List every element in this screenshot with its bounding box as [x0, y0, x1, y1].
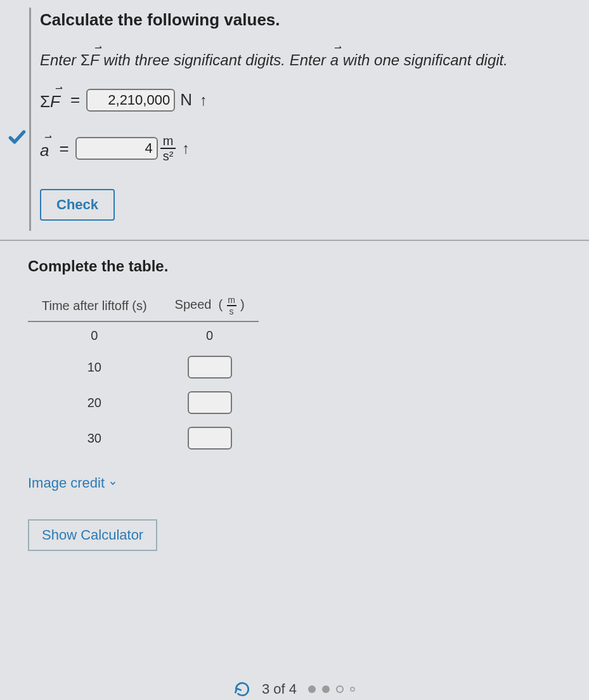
acceleration-unit: m s² — [160, 134, 176, 162]
instruction-text: Enter Σ⇀F with three significant digits.… — [40, 48, 576, 69]
speed-input[interactable] — [188, 356, 232, 379]
pager-footer: 3 of 4 — [0, 681, 589, 697]
section2-heading: Complete the table. — [28, 257, 576, 275]
image-credit-toggle[interactable]: Image credit — [28, 475, 117, 491]
time-cell: 0 — [28, 321, 161, 349]
pager-text: 3 of 4 — [262, 681, 297, 697]
time-cell: 30 — [28, 420, 161, 456]
table-row: 0 0 — [28, 321, 259, 349]
table-row: 20 — [28, 385, 259, 420]
speed-table: Time after liftoff (s) Speed (ms) 0 0 10 — [28, 293, 259, 456]
pager-dot — [322, 685, 330, 693]
pager-dots — [308, 685, 355, 693]
correct-checkmark — [5, 8, 29, 231]
sigma-f-input[interactable] — [86, 89, 175, 112]
pager-dot — [350, 687, 355, 692]
col-time-header: Time after liftoff (s) — [28, 293, 161, 321]
equation-a: ⇀a = m s² ↑ — [40, 134, 576, 162]
section-divider — [0, 240, 589, 241]
pager-dot-current — [336, 685, 344, 693]
up-arrow-icon: ↑ — [200, 91, 207, 109]
pager-dot — [308, 685, 316, 693]
section-heading: Calculate the following values. — [40, 10, 576, 30]
acceleration-input[interactable] — [75, 137, 158, 160]
time-cell: 20 — [28, 385, 161, 420]
speed-input[interactable] — [188, 391, 232, 414]
table-row: 10 — [28, 349, 259, 385]
col-speed-header: Speed (ms) — [161, 293, 259, 321]
sigma-f-unit: N — [180, 90, 192, 110]
show-calculator-button[interactable]: Show Calculator — [28, 519, 157, 551]
table-row: 30 — [28, 420, 259, 456]
speed-cell: 0 — [161, 321, 259, 349]
refresh-icon[interactable] — [234, 681, 250, 697]
time-cell: 10 — [28, 349, 161, 385]
chevron-down-icon — [108, 479, 117, 488]
equation-sigma-f: Σ⇀F = N ↑ — [40, 88, 576, 112]
speed-input[interactable] — [188, 427, 232, 450]
up-arrow-icon: ↑ — [182, 139, 190, 157]
check-button[interactable]: Check — [40, 189, 115, 221]
